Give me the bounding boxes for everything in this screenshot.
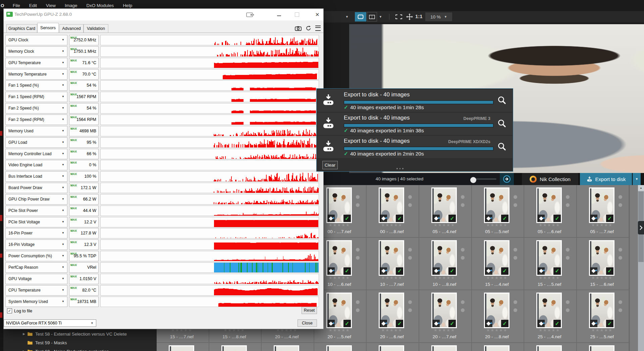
thumbnail-photo[interactable]: ✓ bbox=[484, 240, 509, 276]
thumb-option-dot[interactable] bbox=[566, 248, 570, 252]
thumbnail-cell[interactable]: ✓ bbox=[209, 343, 262, 351]
sensor-name-dropdown[interactable]: Fan 2 Speed (RPM)▼ bbox=[5, 115, 67, 125]
star-rating[interactable]: ★★★★★ bbox=[577, 275, 627, 280]
thumbnail-photo[interactable]: ✓ bbox=[589, 345, 614, 351]
tab-graphics-card[interactable]: Graphics Card bbox=[6, 24, 37, 33]
gpu-card-icon[interactable] bbox=[246, 12, 254, 19]
thumbnail-cell[interactable]: ✓ bbox=[314, 343, 367, 351]
expand-chevron-icon[interactable]: ▶ bbox=[23, 332, 28, 336]
thumb-option-dot[interactable] bbox=[619, 195, 622, 199]
thumb-option-dot[interactable] bbox=[514, 308, 517, 312]
star-rating[interactable]: ★★★★★ bbox=[419, 275, 470, 280]
thumb-option-dot[interactable] bbox=[514, 300, 517, 304]
thumbnail-photo[interactable]: ✓ bbox=[431, 345, 457, 351]
thumb-option-dot[interactable] bbox=[514, 248, 517, 252]
panel-expand-chevron[interactable] bbox=[638, 221, 644, 234]
thumbnail-cell[interactable]: ✓ bbox=[367, 343, 419, 351]
thumbnail-photo[interactable]: ✓ bbox=[484, 293, 509, 328]
sensor-name-dropdown[interactable]: Fan 1 Speed (%)▼ bbox=[5, 80, 67, 91]
star-rating[interactable]: ★★★★★ bbox=[577, 223, 627, 227]
thumb-option-dot[interactable] bbox=[356, 300, 360, 304]
thumbnail-photo[interactable]: ✓ bbox=[536, 240, 562, 276]
export-progress-toggle[interactable] bbox=[500, 173, 514, 185]
sensor-name-dropdown[interactable]: GPU Clock▼ bbox=[5, 35, 67, 45]
thumb-option-dot[interactable] bbox=[514, 195, 517, 199]
thumb-option-dot[interactable] bbox=[619, 300, 622, 304]
thumbnail-photo[interactable]: ✓ bbox=[326, 240, 352, 276]
sensor-name-dropdown[interactable]: Memory Clock▼ bbox=[5, 46, 67, 57]
thumb-option-dot[interactable] bbox=[566, 195, 570, 199]
thumb-option-dot[interactable] bbox=[408, 248, 412, 252]
thumbnail-cell[interactable]: ✓★★★★★10 - …7.nef bbox=[367, 238, 419, 291]
thumbnail-photo[interactable]: ✓ bbox=[326, 293, 352, 328]
refresh-icon[interactable] bbox=[306, 26, 311, 31]
thumb-option-dot[interactable] bbox=[461, 308, 465, 312]
locate-images-button[interactable] bbox=[497, 142, 506, 152]
thumbnail-photo[interactable]: ✓ bbox=[221, 345, 247, 351]
thumbnail-photo[interactable]: ✓ bbox=[274, 345, 299, 351]
single-view-button[interactable] bbox=[355, 12, 366, 21]
nik-collection-button[interactable]: Nik Collection bbox=[522, 173, 578, 185]
thumb-option-dot[interactable] bbox=[619, 308, 622, 312]
thumb-option-dot[interactable] bbox=[461, 256, 465, 260]
thumbnail-photo[interactable]: ✓ bbox=[589, 240, 614, 276]
split-view-button[interactable] bbox=[367, 12, 377, 21]
fit-screen-button[interactable] bbox=[393, 12, 404, 21]
thumb-option-dot[interactable] bbox=[619, 203, 622, 207]
star-rating[interactable]: ★★★★★ bbox=[524, 275, 575, 280]
thumbnail-photo[interactable]: ✓ bbox=[536, 293, 562, 328]
thumbnail-cell[interactable]: ✓★★★★★25 - …4.nef bbox=[524, 290, 577, 343]
star-rating[interactable]: ★★★★★ bbox=[524, 223, 575, 227]
sensor-name-dropdown[interactable]: System Memory Used▼ bbox=[5, 297, 67, 307]
sensor-name-dropdown[interactable]: Bus Interface Load▼ bbox=[5, 171, 67, 182]
menu-icon[interactable] bbox=[315, 26, 321, 31]
scroll-up-icon[interactable]: ▲ bbox=[638, 185, 644, 191]
thumbnail-cell[interactable]: ✓★★★★★05 - …4.nef bbox=[419, 185, 472, 238]
thumbnail-cell[interactable]: ✓★★★★★05 - …7.nef bbox=[577, 185, 630, 238]
sensor-name-dropdown[interactable]: Memory Temperature▼ bbox=[5, 69, 67, 80]
thumb-option-dot[interactable] bbox=[408, 300, 412, 304]
sensor-name-dropdown[interactable]: Memory Used▼ bbox=[5, 126, 67, 136]
thumb-option-dot[interactable] bbox=[461, 300, 465, 304]
thumbnail-cell[interactable]: ✓★★★★★00 - …8.nef bbox=[367, 185, 419, 238]
thumbnail-cell[interactable]: ✓★★★★★05 - …6.nef bbox=[524, 185, 577, 238]
star-rating[interactable]: ★★★★★ bbox=[472, 275, 522, 280]
thumb-option-dot[interactable] bbox=[408, 195, 412, 199]
thumb-option-dot[interactable] bbox=[408, 308, 412, 312]
thumb-option-dot[interactable] bbox=[566, 256, 570, 260]
star-rating[interactable]: ★★★★★ bbox=[419, 223, 470, 227]
close-window-button[interactable]: × bbox=[313, 10, 322, 19]
thumbnail-photo[interactable]: ✓ bbox=[484, 187, 509, 223]
screenshot-camera-icon[interactable] bbox=[295, 26, 302, 31]
sensor-name-dropdown[interactable]: CPU Temperature▼ bbox=[5, 285, 67, 296]
menu-item-edit[interactable]: Edit bbox=[29, 3, 37, 8]
thumbnail-cell[interactable]: ✓ bbox=[472, 343, 525, 351]
sensor-name-dropdown[interactable]: Board Power Draw▼ bbox=[5, 183, 67, 193]
sensor-name-dropdown[interactable]: GPU Chip Power Draw▼ bbox=[5, 194, 67, 205]
menu-item-dxo-modules[interactable]: DxO Modules bbox=[87, 3, 114, 8]
thumbnail-photo[interactable]: ✓ bbox=[589, 293, 614, 328]
thumbnail-photo[interactable]: ✓ bbox=[536, 345, 562, 351]
pan-tool-button[interactable] bbox=[405, 12, 414, 21]
thumbnail-cell[interactable]: ✓★★★★★25 - …5.nef bbox=[577, 290, 630, 343]
thumbnail-photo[interactable]: ✓ bbox=[379, 293, 404, 328]
maximize-button[interactable] bbox=[295, 12, 299, 17]
minimize-button[interactable] bbox=[277, 15, 281, 16]
thumb-option-dot[interactable] bbox=[356, 195, 360, 199]
star-rating[interactable]: ★★★★★ bbox=[577, 328, 627, 333]
menu-item-help[interactable]: Help bbox=[123, 3, 132, 8]
sensor-name-dropdown[interactable]: PCIe Slot Voltage▼ bbox=[5, 217, 67, 227]
expand-chevron-icon[interactable]: ▶ bbox=[23, 350, 28, 351]
thumb-option-dot[interactable] bbox=[461, 195, 465, 199]
zoom-level-dropdown[interactable]: 10 % ▼ bbox=[425, 12, 452, 21]
export-to-disk-button[interactable]: Export to disk bbox=[580, 173, 632, 185]
locate-images-button[interactable] bbox=[497, 95, 506, 106]
sensor-name-dropdown[interactable]: Memory Controller Load▼ bbox=[5, 149, 67, 159]
thumbnail-photo[interactable]: ✓ bbox=[326, 187, 352, 223]
menu-item-image[interactable]: Image bbox=[65, 3, 77, 8]
clear-button[interactable]: Clear bbox=[322, 161, 338, 169]
sensor-name-dropdown[interactable]: Power Consumption (%)▼ bbox=[5, 251, 67, 261]
thumbnail-photo[interactable]: ✓ bbox=[379, 240, 404, 276]
thumbnail-cell[interactable]: ✓★★★★★05 - …5.nef bbox=[472, 185, 525, 238]
thumb-option-dot[interactable] bbox=[461, 248, 465, 252]
